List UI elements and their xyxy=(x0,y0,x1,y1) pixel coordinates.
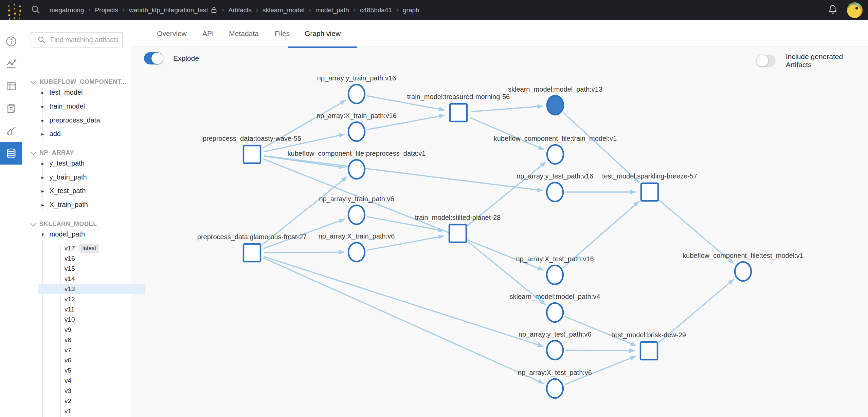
tree-section-kubeflow-component-[interactable]: KUBEFLOW_COMPONENT... xyxy=(31,78,127,86)
version-row-v3[interactable]: v3 xyxy=(38,386,145,396)
breadcrumb-item-graph[interactable]: graph xyxy=(403,6,419,14)
graph-node-yte6-artifact[interactable] xyxy=(547,341,563,360)
version-row-v10[interactable]: v10 xyxy=(38,315,145,325)
navbar-search-icon[interactable] xyxy=(31,4,41,16)
tree-item-X_train_path[interactable]: ▸X_train_path xyxy=(41,201,88,209)
version-row-v9[interactable]: v9 xyxy=(38,325,145,335)
tab-graph-view[interactable]: Graph view xyxy=(295,20,350,47)
tab-bar: OverviewAPIMetadataFilesGraph view xyxy=(131,20,868,47)
version-row-v2[interactable]: v2 xyxy=(38,396,145,406)
tree-item-preprocess_data[interactable]: ▸preprocess_data xyxy=(41,116,100,124)
breadcrumb-separator: › xyxy=(309,6,311,14)
chevron-down-icon xyxy=(31,149,36,155)
rail-item-table[interactable] xyxy=(0,75,22,97)
caret-right-icon: ▸ xyxy=(41,160,44,167)
graph-node-kubpre-artifact[interactable] xyxy=(348,160,365,179)
breadcrumb-separator: › xyxy=(123,6,125,14)
rail-item-overview[interactable] xyxy=(0,30,22,53)
version-row-v11[interactable]: v11 xyxy=(38,304,145,315)
lock-icon xyxy=(211,6,217,14)
artifact-search-box[interactable] xyxy=(31,32,123,48)
graph-node-toasty-run[interactable] xyxy=(243,146,260,163)
breadcrumb-item-Projects[interactable]: Projects xyxy=(95,6,118,14)
caret-right-icon: ▸ xyxy=(41,131,44,137)
breadcrumb-item-sklearn_model[interactable]: sklearn_model xyxy=(263,6,305,14)
rail-item-logs[interactable] xyxy=(0,97,22,120)
tree-item-add[interactable]: ▸add xyxy=(41,130,61,138)
graph-node-xtr6-artifact[interactable] xyxy=(348,243,365,262)
version-row-v4[interactable]: v4 xyxy=(38,376,145,386)
latest-badge: latest xyxy=(79,244,100,253)
main-content: OverviewAPIMetadataFilesGraph view Explo… xyxy=(131,20,868,417)
notifications-bell-icon[interactable] xyxy=(827,4,838,16)
graph-node-brisk-run[interactable] xyxy=(640,342,657,360)
version-row-v5[interactable]: v5 xyxy=(38,365,145,376)
tab-metadata[interactable]: Metadata xyxy=(221,20,267,47)
version-row-v6[interactable]: v6 xyxy=(38,355,145,365)
graph-node-xtr16-artifact[interactable] xyxy=(348,122,365,141)
breadcrumb: megatruong›Projects›wandb_kfp_integratio… xyxy=(50,6,419,14)
caret-down-icon: ▾ xyxy=(41,231,44,238)
graph-node-v13-artifact[interactable] xyxy=(547,96,563,115)
chevron-down-icon xyxy=(31,221,36,226)
tab-files[interactable]: Files xyxy=(265,20,299,47)
graph-node-sparkling-run[interactable] xyxy=(641,183,658,201)
graph-node-treasured-run[interactable] xyxy=(450,104,467,121)
graph-node-kubtest-artifact[interactable] xyxy=(735,262,751,281)
tree-item-test_model[interactable]: ▸test_model xyxy=(41,89,83,96)
rail-item-artifacts[interactable] xyxy=(0,142,22,165)
graph-node-stilted-run[interactable] xyxy=(449,225,466,242)
version-row-v14[interactable]: v14 xyxy=(38,274,145,284)
breadcrumb-separator: › xyxy=(88,6,90,14)
chevron-down-icon xyxy=(31,78,36,84)
explode-label: Explode xyxy=(173,54,199,62)
graph-node-kubtrain-artifact[interactable] xyxy=(547,145,563,164)
version-row-v12[interactable]: v12 xyxy=(38,294,145,304)
graph-node-xte6-artifact[interactable] xyxy=(547,379,563,398)
breadcrumb-item-Artifacts[interactable]: Artifacts xyxy=(228,6,252,14)
wandb-logo[interactable] xyxy=(7,3,22,17)
tree-item-y_train_path[interactable]: ▸y_train_path xyxy=(41,173,87,181)
version-row-v8[interactable]: v8 xyxy=(38,335,145,345)
breadcrumb-item-c485bda41[interactable]: c485bda41 xyxy=(360,6,392,14)
breadcrumb-item-megatruong[interactable]: megatruong xyxy=(50,6,84,14)
top-navbar: megatruong›Projects›wandb_kfp_integratio… xyxy=(0,0,868,20)
version-row-v15[interactable]: v15 xyxy=(38,264,145,274)
tab-api[interactable]: API xyxy=(195,20,221,47)
graph-node-xte16-artifact[interactable] xyxy=(547,265,563,284)
caret-right-icon: ▸ xyxy=(41,90,44,96)
version-row-v13[interactable]: v13 xyxy=(38,284,145,294)
tree-item-X_test_path[interactable]: ▸X_test_path xyxy=(41,187,86,195)
version-row-v1[interactable]: v1 xyxy=(38,406,145,416)
graph-node-ytr16-artifact[interactable] xyxy=(348,84,365,103)
tree-item-y_test_path[interactable]: ▸y_test_path xyxy=(41,159,85,167)
graph-node-ytr6-artifact[interactable] xyxy=(348,205,365,224)
graph-node-v4-artifact[interactable] xyxy=(547,303,563,322)
search-icon xyxy=(37,36,46,44)
tree-item-train_model[interactable]: ▸train_model xyxy=(41,102,85,110)
caret-right-icon: ▸ xyxy=(41,188,44,194)
caret-right-icon: ▸ xyxy=(41,174,44,181)
graph-node-yte16-artifact[interactable] xyxy=(547,183,563,202)
tree-item-model_path[interactable]: ▾model_path xyxy=(41,230,85,238)
rail-item-sweeps[interactable] xyxy=(0,120,22,142)
include-generated-artifacts-toggle[interactable] xyxy=(757,55,776,67)
tree-section-sklearn-model[interactable]: SKLEARN_MODEL xyxy=(31,221,97,228)
graph-node-glamorous-run[interactable] xyxy=(243,244,260,262)
explode-toggle[interactable] xyxy=(144,52,163,64)
breadcrumb-item-model_path[interactable]: model_path xyxy=(315,6,349,14)
user-avatar[interactable] xyxy=(847,2,863,18)
artifact-sidebar: KUBEFLOW_COMPONENT...▸test_model▸train_m… xyxy=(22,20,131,417)
version-row-v17[interactable]: v17latest xyxy=(38,243,145,253)
breadcrumb-item-wandb_kfp_integration_test[interactable]: wandb_kfp_integration_test xyxy=(129,6,208,14)
breadcrumb-separator: › xyxy=(256,6,258,14)
caret-right-icon: ▸ xyxy=(41,117,44,124)
rail-item-charts[interactable] xyxy=(0,53,22,75)
version-row-v7[interactable]: v7 xyxy=(38,345,145,355)
version-row-v16[interactable]: v16 xyxy=(38,253,145,264)
breadcrumb-separator: › xyxy=(222,6,224,14)
tab-overview[interactable]: Overview xyxy=(149,20,195,47)
tree-section-np-array[interactable]: NP_ARRAY xyxy=(31,149,74,156)
left-icon-rail xyxy=(0,20,22,417)
artifact-search-input[interactable] xyxy=(50,36,118,44)
